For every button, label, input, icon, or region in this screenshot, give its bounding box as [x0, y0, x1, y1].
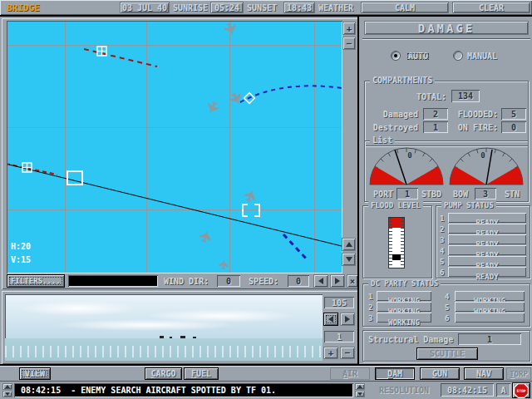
map-pan-right-button[interactable] — [330, 274, 345, 288]
fuel-button[interactable]: FUEL — [184, 367, 219, 380]
on-fire-label: ON FIRE: — [451, 123, 498, 132]
sunrise-time: 05:24 — [214, 3, 239, 12]
minus-icon: − — [347, 38, 352, 49]
map-readout-field — [68, 275, 158, 287]
aircraft-icon[interactable] — [219, 259, 229, 270]
pump-status-group: PUMP STATUS 1 READY 2 READY 3 READY 4 RE… — [436, 205, 530, 278]
map-pan-left-button[interactable] — [313, 274, 328, 288]
bow-label: BOW — [453, 190, 468, 199]
auto-radio[interactable] — [391, 51, 401, 61]
view-button[interactable]: VIEW — [19, 367, 51, 380]
map-scroll-up-button[interactable] — [342, 238, 356, 251]
pump-number: 2 — [440, 225, 444, 234]
manual-radio[interactable] — [453, 51, 463, 61]
plus-icon: + — [347, 23, 352, 34]
flood-level-gauge — [388, 217, 405, 268]
destroyed-label: Destroyed — [367, 123, 418, 132]
cargo-button[interactable]: CARGO — [145, 367, 182, 380]
damaged-value: 2 — [433, 110, 438, 119]
selection-box[interactable] — [67, 171, 82, 185]
clock-value: 08:42:15 — [447, 386, 487, 395]
map-zoom-out-button[interactable]: − — [342, 37, 356, 50]
wind-dir-value: 0 — [226, 277, 231, 286]
filters-button[interactable]: FILTERS.... — [7, 274, 65, 288]
map-zoom-in-button[interactable]: + — [342, 22, 356, 35]
stop-label: STOP — [516, 389, 525, 393]
minus-icon: − — [345, 347, 351, 358]
scuttle-button-label: SCUTTLE — [430, 349, 465, 358]
resolution-down-button[interactable] — [355, 391, 365, 397]
own-taskforce-marker-icon[interactable] — [22, 163, 32, 172]
right-arrow-icon — [335, 278, 340, 284]
tactical-map[interactable] — [7, 22, 342, 273]
stbd-label: STBD — [421, 190, 441, 199]
own-track-history — [7, 164, 57, 175]
aircraft-icon[interactable] — [243, 188, 259, 204]
view-zoom-out-button[interactable]: − — [340, 347, 355, 359]
dam-button[interactable]: DAM — [375, 367, 415, 380]
manual-radio-label[interactable]: MANUAL — [467, 52, 497, 61]
map-close-button[interactable]: × — [347, 274, 358, 288]
stn-label: STN — [505, 190, 520, 199]
pump-number: 6 — [440, 268, 444, 277]
map-scroll-down-button[interactable] — [342, 253, 356, 266]
dc-party-number: 2 — [368, 303, 372, 312]
sea-state: CALM — [395, 3, 415, 12]
message-scroll-down-button[interactable] — [2, 391, 12, 397]
dc-party-number: 4 — [445, 293, 449, 301]
pump-status-value: READY — [475, 273, 498, 281]
ship-silhouette — [180, 336, 185, 338]
nav-button[interactable]: NAV — [464, 367, 504, 380]
view-rotate-left-button[interactable] — [323, 313, 338, 326]
ocean-view-frame: 105 1 + − — [2, 291, 359, 364]
auto-radio-label[interactable]: AUTO — [405, 51, 431, 62]
dc-party-status-value: WORKING — [388, 318, 420, 327]
stop-button[interactable]: STOP — [512, 382, 530, 398]
air-button[interactable]: AIR — [330, 367, 370, 380]
damaged-label: Damaged — [367, 110, 418, 119]
map-view[interactable]: H:20 V:15 — [7, 21, 342, 273]
sky-state: CLEAR — [479, 3, 504, 12]
pump-number: 1 — [440, 214, 444, 223]
pump-number: 4 — [440, 247, 444, 255]
down-arrow-icon — [357, 392, 362, 396]
dc-party-number: 6 — [445, 314, 449, 323]
dc-party-row — [455, 313, 525, 323]
flooded-value-box: 5 — [501, 108, 526, 120]
cloud — [55, 319, 238, 331]
resolution-up-button[interactable] — [355, 383, 365, 390]
structural-damage-group: Structural Damage 1 SCUTTLE — [362, 330, 530, 362]
structural-damage-value: 1 — [487, 335, 492, 344]
map-h-coordinate: H:20 — [11, 242, 31, 251]
message-scroll-up-button[interactable] — [2, 383, 12, 390]
plus-icon: + — [328, 347, 334, 358]
pump-status-row: READY — [448, 234, 526, 244]
destroyed-value-box: 1 — [423, 121, 448, 133]
panel-title: DAMAGE — [418, 22, 475, 35]
dc-party-row: WORKING — [455, 302, 525, 312]
view-zoom-in-button[interactable]: + — [323, 347, 338, 359]
left-arrow-icon — [318, 278, 323, 284]
aircraft-icon[interactable] — [224, 22, 239, 37]
dc-party-status-group: DC PARTY STATUS 1 WORKING 2 WORKING 3 WO… — [362, 283, 530, 327]
map-grid — [7, 22, 342, 273]
sunset-time-box: 18:43 — [283, 2, 315, 13]
flooded-label: FLOODED: — [451, 110, 498, 119]
aircraft-icon[interactable] — [204, 100, 220, 116]
blue-track-right — [240, 86, 342, 102]
sunrise-time-box: 05:24 — [210, 2, 244, 13]
ocean-view[interactable] — [5, 294, 323, 361]
ship-silhouette — [193, 337, 196, 338]
view-rotate-right-button[interactable] — [340, 313, 355, 326]
gun-button[interactable]: GUN — [420, 367, 460, 380]
aircraft-icon[interactable] — [229, 91, 244, 107]
gauge-zero-label: 0 — [407, 151, 411, 160]
close-icon: × — [350, 277, 355, 286]
torp-button[interactable]: TORP — [506, 367, 531, 380]
aircraft-icon[interactable] — [199, 229, 214, 244]
view-bearing-value: 105 — [332, 298, 347, 308]
scuttle-button[interactable]: SCUTTLE — [416, 347, 478, 360]
bow-value: 3 — [483, 190, 488, 199]
clock-box: 08:42:15 — [441, 383, 494, 397]
list-group: List 0 — [364, 140, 529, 202]
